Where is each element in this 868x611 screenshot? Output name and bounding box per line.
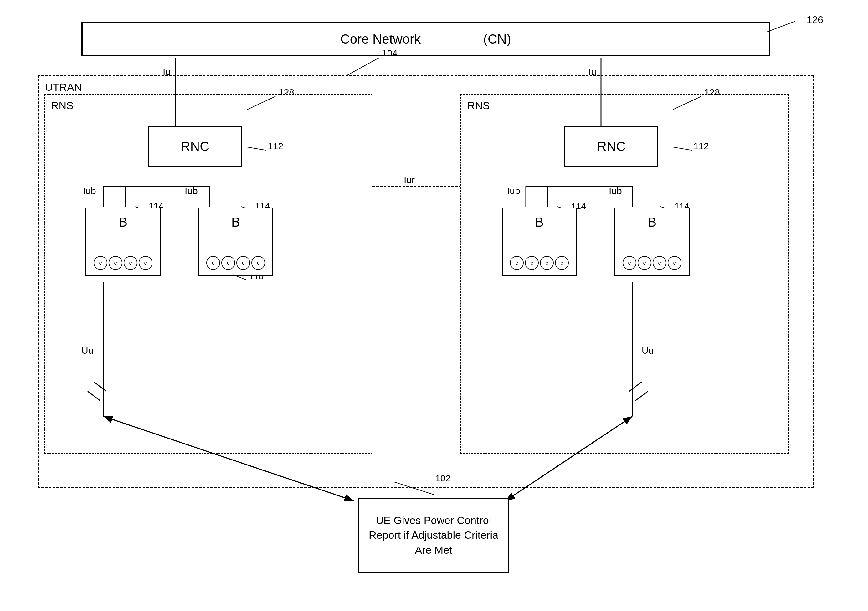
svg-line-4 [767,21,795,32]
node-b-left-left-label: B [119,215,127,230]
ue-circles-right-right: c c c c [623,256,682,270]
ue-circle: c [236,256,250,270]
ue-circle: c [139,256,152,270]
diagram-container: 126 Core Network (CN) UTRAN [19,12,848,601]
ue-box: UE Gives Power Control Report if Adjusta… [358,498,508,573]
ue-circle: c [251,256,265,270]
node-b-right-right-label: B [648,215,656,230]
node-b-right-left: B c c c c [502,208,577,276]
node-b-right-left-label: B [535,215,544,230]
ue-circles-left-right: c c c c [206,256,265,270]
ue-circle: c [623,256,636,270]
rns-right-label: RNS [467,99,490,112]
node-b-right-right: B c c c c [614,208,690,276]
rns-left-label: RNS [51,99,74,112]
ue-circle: c [525,256,539,270]
ue-circle: c [221,256,235,270]
core-network-label2: (CN) [483,32,511,47]
ue-box-text: UE Gives Power Control Report if Adjusta… [366,513,501,558]
ue-circle: c [653,256,666,270]
ue-circle: c [124,256,137,270]
ue-circle: c [668,256,682,270]
ue-circle: c [206,256,220,270]
ue-circles-right-left: c c c c [510,256,569,270]
ue-circle: c [555,256,569,270]
ue-circle: c [108,256,122,270]
ue-circles-left-left: c c c c [94,256,152,270]
core-network-label: Core Network [340,32,421,47]
node-b-left-right-label: B [231,215,240,230]
ue-circle: c [540,256,554,270]
core-network-box: Core Network (CN) [81,22,770,56]
rnc-box-left: RNC [148,126,242,167]
rnc-box-right: RNC [564,126,658,167]
rnc-left-label: RNC [181,139,209,154]
ue-circle: c [510,256,524,270]
rnc-right-label: RNC [597,139,626,154]
rns-box-left: RNS RNC B c c c c B c c c c [44,94,372,454]
ref-126: 126 [807,14,823,26]
node-b-left-right: B c c c c [198,208,273,276]
svg-line-11 [347,58,379,75]
ue-circle: c [638,256,651,270]
node-b-left-left: B c c c c [85,208,161,276]
utran-label: UTRAN [45,81,82,93]
ue-circle: c [94,256,107,270]
rns-box-right: RNS RNC B c c c c B c c c c [460,94,789,454]
